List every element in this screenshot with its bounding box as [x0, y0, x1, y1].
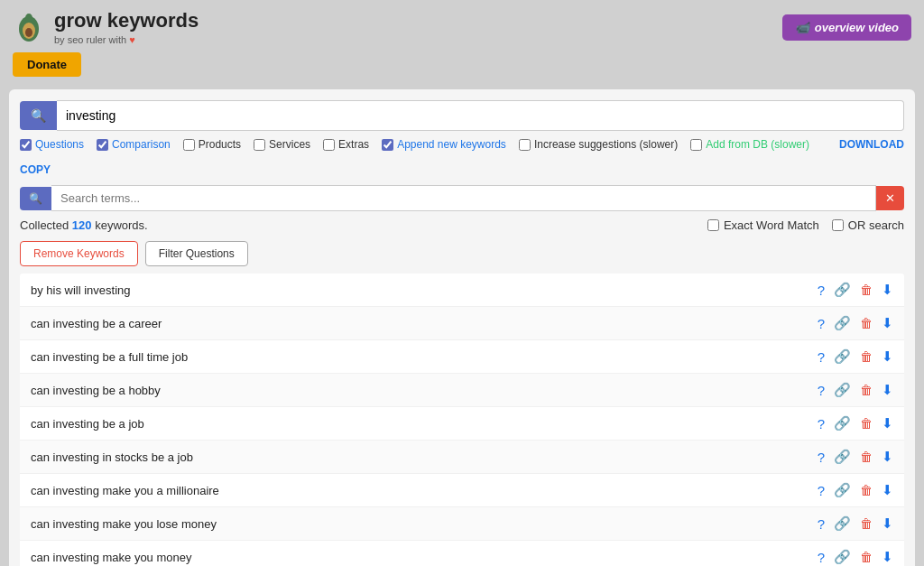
link-icon[interactable]: 🔗	[834, 348, 851, 365]
append-new-checkbox-label[interactable]: Append new keywords	[382, 138, 506, 151]
trash-icon[interactable]: 🗑	[860, 516, 873, 531]
arrow-icon[interactable]: ⬇	[882, 515, 893, 532]
question-icon[interactable]: ?	[818, 550, 825, 565]
filter-questions-button[interactable]: Filter Questions	[145, 241, 248, 266]
filter-clear-button[interactable]: ✕	[876, 186, 904, 210]
logo-icon	[13, 11, 45, 43]
keyword-actions: ? 🔗 🗑 ⬇	[818, 482, 893, 498]
services-checkbox-label[interactable]: Services	[254, 138, 310, 151]
arrow-icon[interactable]: ⬇	[882, 348, 893, 365]
link-icon[interactable]: 🔗	[834, 315, 851, 331]
table-row: can investing be a career ? 🔗 🗑 ⬇	[20, 307, 904, 340]
header-left: grow keywords by seo ruler with ♥	[13, 9, 199, 45]
increase-suggestions-checkbox-label[interactable]: Increase suggestions (slower)	[519, 138, 678, 151]
add-db-checkbox-label[interactable]: Add from DB (slower)	[690, 138, 809, 151]
keyword-actions: ? 🔗 🗑 ⬇	[818, 549, 893, 565]
main-search-input[interactable]	[57, 100, 904, 131]
trash-icon[interactable]: 🗑	[860, 316, 873, 330]
remove-keywords-button[interactable]: Remove Keywords	[20, 241, 138, 266]
keyword-text: can investing make you lose money	[31, 517, 818, 531]
keyword-text: by his will investing	[31, 283, 818, 297]
donate-button[interactable]: Donate	[13, 52, 81, 77]
extras-checkbox[interactable]	[323, 139, 335, 151]
arrow-icon[interactable]: ⬇	[882, 549, 893, 565]
filter-search-button[interactable]: 🔍	[20, 187, 51, 210]
keyword-actions: ? 🔗 🗑 ⬇	[818, 315, 893, 331]
trash-icon[interactable]: 🗑	[860, 349, 873, 364]
link-icon[interactable]: 🔗	[834, 415, 851, 431]
stats-text: Collected 120 keywords.	[20, 218, 148, 232]
question-icon[interactable]: ?	[818, 483, 825, 498]
comparison-checkbox[interactable]	[97, 139, 108, 151]
header: grow keywords by seo ruler with ♥ 📹 over…	[0, 0, 924, 52]
link-icon[interactable]: 🔗	[834, 515, 851, 532]
link-icon[interactable]: 🔗	[834, 449, 851, 465]
link-icon[interactable]: 🔗	[834, 482, 851, 498]
append-new-checkbox[interactable]	[382, 139, 393, 151]
arrow-icon[interactable]: ⬇	[882, 415, 893, 431]
keyword-count: 120	[72, 218, 92, 232]
table-row: can investing in stocks be a job ? 🔗 🗑 ⬇	[20, 441, 904, 474]
main-search-button[interactable]: 🔍	[20, 101, 57, 130]
trash-icon[interactable]: 🗑	[860, 416, 873, 431]
table-row: can investing make you a millionaire ? 🔗…	[20, 474, 904, 507]
products-checkbox-label[interactable]: Products	[183, 138, 241, 151]
keyword-actions: ? 🔗 🗑 ⬇	[818, 515, 893, 532]
filter-input[interactable]	[51, 185, 876, 211]
download-link[interactable]: DOWNLOAD	[839, 138, 904, 151]
arrow-icon[interactable]: ⬇	[882, 282, 893, 298]
add-db-checkbox[interactable]	[690, 139, 702, 151]
arrow-icon[interactable]: ⬇	[882, 449, 893, 465]
header-title-group: grow keywords by seo ruler with ♥	[54, 9, 199, 45]
arrow-icon[interactable]: ⬇	[882, 382, 893, 398]
arrow-icon[interactable]: ⬇	[882, 482, 893, 498]
trash-icon[interactable]: 🗑	[860, 550, 873, 564]
copy-link[interactable]: COPY	[20, 163, 51, 176]
trash-icon[interactable]: 🗑	[860, 450, 873, 464]
camera-icon: 📹	[795, 21, 809, 34]
link-icon[interactable]: 🔗	[834, 549, 851, 565]
increase-suggestions-checkbox[interactable]	[519, 139, 531, 151]
heart-icon: ♥	[129, 34, 135, 45]
exact-word-match-label[interactable]: Exact Word Match	[707, 218, 819, 232]
donate-section: Donate	[0, 52, 924, 84]
extras-checkbox-label[interactable]: Extras	[323, 138, 369, 151]
question-icon[interactable]: ?	[818, 283, 825, 298]
trash-icon[interactable]: 🗑	[860, 383, 873, 397]
keyword-table: by his will investing ? 🔗 🗑 ⬇ can invest…	[20, 274, 904, 566]
filter-search-icon: 🔍	[29, 192, 42, 205]
question-icon[interactable]: ?	[818, 450, 825, 465]
question-icon[interactable]: ?	[818, 416, 825, 431]
keyword-text: can investing make you a millionaire	[31, 484, 818, 497]
trash-icon[interactable]: 🗑	[860, 283, 873, 297]
questions-checkbox-label[interactable]: Questions	[20, 138, 84, 151]
table-row: can investing be a hobby ? 🔗 🗑 ⬇	[20, 374, 904, 407]
link-icon[interactable]: 🔗	[834, 382, 851, 398]
question-icon[interactable]: ?	[818, 516, 825, 532]
keyword-text: can investing be a hobby	[31, 384, 818, 397]
question-icon[interactable]: ?	[818, 349, 825, 365]
or-search-label[interactable]: OR search	[832, 218, 904, 232]
keyword-actions: ? 🔗 🗑 ⬇	[818, 348, 893, 365]
keyword-text: can investing be a job	[31, 417, 818, 431]
products-checkbox[interactable]	[183, 139, 195, 151]
arrow-icon[interactable]: ⬇	[882, 315, 893, 331]
question-icon[interactable]: ?	[818, 383, 825, 398]
services-checkbox[interactable]	[254, 139, 265, 151]
keyword-text: can investing make you money	[31, 551, 818, 564]
questions-checkbox[interactable]	[20, 139, 32, 151]
main-card: 🔍 Questions Comparison Products Services	[9, 89, 915, 566]
link-icon[interactable]: 🔗	[834, 282, 851, 298]
filter-row: 🔍 ✕	[20, 185, 904, 211]
keyword-actions: ? 🔗 🗑 ⬇	[818, 449, 893, 465]
question-icon[interactable]: ?	[818, 316, 825, 331]
exact-word-match-checkbox[interactable]	[707, 219, 719, 231]
or-search-checkbox[interactable]	[832, 219, 844, 231]
table-row: by his will investing ? 🔗 🗑 ⬇	[20, 274, 904, 307]
table-row: can investing be a full time job ? 🔗 🗑 ⬇	[20, 340, 904, 374]
keyword-text: can investing be a full time job	[31, 350, 818, 364]
overview-video-button[interactable]: 📹 overview video	[782, 14, 911, 41]
comparison-checkbox-label[interactable]: Comparison	[97, 138, 171, 151]
trash-icon[interactable]: 🗑	[860, 483, 873, 497]
keyword-actions: ? 🔗 🗑 ⬇	[818, 382, 893, 398]
